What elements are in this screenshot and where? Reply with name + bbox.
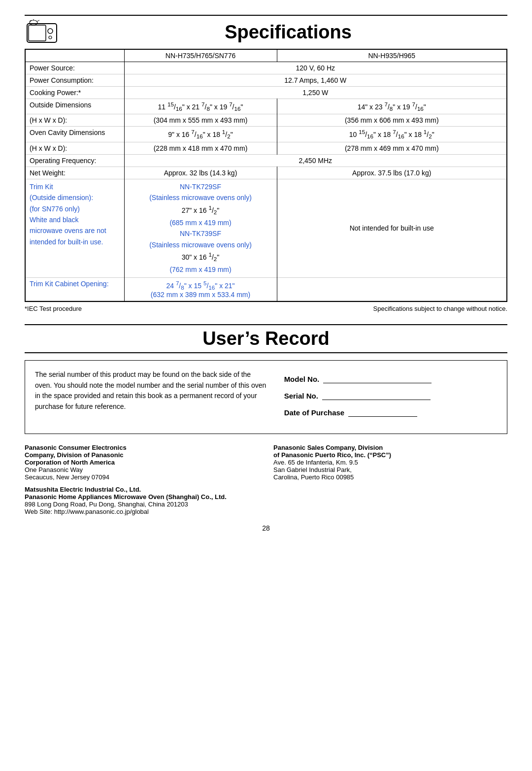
trim-cabinet-right [277,277,506,301]
table-row: Outside Dimensions 11 15/16" x 21 7/8" x… [26,99,506,114]
table-row: Oven Cavity Dimensions 9" x 16 7/16" x 1… [26,127,506,142]
row-label: Outside Dimensions [26,99,124,114]
table-row: Power Source: 120 V, 60 Hz [26,62,506,74]
table-row: (H x W x D): (228 mm x 418 mm x 470 mm) … [26,142,506,154]
row-label: Power Consumption: [26,74,124,87]
table-header-row: NN-H735/H765/SN776 NN-H935/H965 [26,50,506,62]
footer-col1-line5: Secaucus, New Jersey 07094 [25,473,259,481]
row-value: 9" x 16 7/16" x 18 1/2" [124,127,277,142]
iec-right: Specifications subject to change without… [373,305,507,312]
trim-kit-right: Not intended for built-in use [277,179,506,277]
users-record-description: The serial number of this product may be… [35,369,269,425]
trim-kit-values: NN-TK729SF (Stainless microwave ovens on… [124,179,277,277]
iec-note: *IEC Test procedure Specifications subje… [25,305,507,312]
serial-no-line [322,391,431,400]
row-value: Approx. 32 lbs (14.3 kg) [124,167,277,179]
row-value: (304 mm x 555 mm x 493 mm) [124,114,277,127]
row-value: 10 15/16" x 18 7/16" x 18 1/2" [277,127,506,142]
row-label: Power Source: [26,62,124,74]
row-value: 120 V, 60 Hz [124,62,506,74]
row-value: 1,250 W [124,87,506,99]
model1-header: NN-H735/H765/SN776 [124,50,277,62]
row-label: Cooking Power:* [26,87,124,99]
table-row: Power Consumption: 12.7 Amps, 1,460 W [26,74,506,87]
row-value: Approx. 37.5 lbs (17.0 kg) [277,167,506,179]
serial-no-label: Serial No. [284,392,318,400]
row-value: 12.7 Amps, 1,460 W [124,74,506,87]
users-record-title: User’s Record [25,324,507,353]
page-title: Specifications [69,22,507,43]
row-label: (H x W x D): [26,114,124,127]
row-label: Net Weight: [26,167,124,179]
footer-top: Panasonic Consumer Electronics Company, … [25,444,507,481]
table-row: (H x W x D): (304 mm x 555 mm x 493 mm) … [26,114,506,127]
row-value: (356 mm x 606 mm x 493 mm) [277,114,506,127]
footer-col1-line1: Panasonic Consumer Electronics [25,444,259,451]
model2-header: NN-H935/H965 [277,50,506,62]
footer-col2-line1: Panasonic Sales Company, Division [273,444,507,451]
trim-cabinet-label: Trim Kit Cabinet Opening: [26,277,124,301]
footer-col1-line4: One Panasonic Way [25,466,259,473]
spec-table-wrapper: NN-H735/H765/SN776 NN-H935/H965 Power So… [25,50,507,302]
footer-col1-line3: Corporation of North America [25,459,259,466]
date-of-purchase-line [348,408,417,417]
spec-header: Specifications [25,15,507,50]
table-row: Net Weight: Approx. 32 lbs (14.3 kg) App… [26,167,506,179]
page-number: 28 [25,524,507,532]
footer: Panasonic Consumer Electronics Company, … [25,444,507,515]
trim-kit-label: Trim Kit (Outside dimension): (for SN776… [26,179,124,277]
table-row: Cooking Power:* 1,250 W [26,87,506,99]
spec-table: NN-H735/H765/SN776 NN-H935/H965 Power So… [26,50,506,301]
footer-col2: Panasonic Sales Company, Division of Pan… [273,444,507,481]
row-value: (278 mm x 469 mm x 470 mm) [277,142,506,154]
svg-point-4 [30,20,37,25]
row-label: Oven Cavity Dimensions [26,127,124,142]
row-value: 11 15/16" x 21 7/8" x 19 7/16" [124,99,277,114]
footer-bottom: Matsushita Electric Industrial Co., Ltd.… [25,486,507,515]
svg-point-2 [48,29,53,34]
svg-rect-1 [29,25,46,41]
row-value: 14" x 23 7/8" x 19 7/16" [277,99,506,114]
trim-cabinet-value: 24 7/8" x 15 5/16" x 21" (632 mm x 389 m… [124,277,277,301]
svg-point-3 [49,36,52,39]
footer-website: Web Site: http://www.panasonic.co.jp/glo… [25,508,507,515]
serial-no-field: Serial No. [284,391,497,400]
footer-col2-line3: Ave. 65 de Infanteria, Km. 9.5 [273,459,507,466]
footer-address: 898 Long Dong Road, Pu Dong, Shanghai, C… [25,501,507,508]
trim-kit-row: Trim Kit (Outside dimension): (for SN776… [26,179,506,277]
model-no-label: Model No. [284,375,320,383]
date-of-purchase-field: Date of Purchase [284,408,497,417]
footer-col2-line5: Carolina, Puerto Rico 00985 [273,473,507,481]
model-no-line [323,374,432,383]
footer-col2-line2: of Panasonic Puerto Rico, Inc. (“PSC”) [273,451,507,459]
row-label: Operating Frequency: [26,154,124,167]
iec-left: *IEC Test procedure [25,305,82,312]
row-label: (H x W x D): [26,142,124,154]
table-row: Operating Frequency: 2,450 MHz [26,154,506,167]
svg-line-7 [37,20,39,21]
panasonic-logo-icon [25,19,59,46]
footer-matsushita: Matsushita Electric Industrial Co., Ltd. [25,486,507,493]
footer-col1-line2: Company, Division of Panasonic [25,451,259,459]
footer-col2-line4: San Gabriel Industrial Park, [273,466,507,473]
date-of-purchase-label: Date of Purchase [284,408,345,417]
footer-panasonic-home: Panasonic Home Appliances Microwave Oven… [25,493,507,501]
row-value: 2,450 MHz [124,154,506,167]
trim-kit-cabinet-row: Trim Kit Cabinet Opening: 24 7/8" x 15 5… [26,277,506,301]
row-value: (228 mm x 418 mm x 470 mm) [124,142,277,154]
footer-col1: Panasonic Consumer Electronics Company, … [25,444,259,481]
model-no-field: Model No. [284,374,497,383]
users-record-box: The serial number of this product may be… [25,360,507,434]
users-record-fields: Model No. Serial No. Date of Purchase [284,369,497,425]
